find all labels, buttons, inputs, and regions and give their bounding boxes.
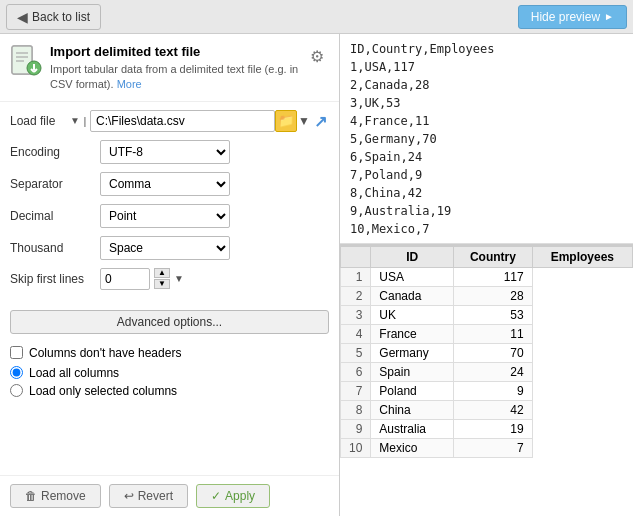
separator-row: Separator Comma Semicolon Tab Space Othe… [10,172,329,196]
table-row: 5Germany70 [341,344,633,363]
row-number: 2 [341,287,371,306]
row-number: 7 [341,382,371,401]
thousand-select[interactable]: Space Comma Point None [100,236,230,260]
gear-button[interactable]: ⚙ [305,44,329,68]
table-row: 8China42 [341,401,633,420]
table-row: 2Canada28 [341,287,633,306]
table-header-id: ID [371,247,454,268]
data-table: IDCountryEmployees1USA1172Canada283UK534… [340,246,633,458]
thousand-control: Space Comma Point None [100,236,329,260]
skip-first-lines-row: Skip first lines ▲ ▼ ▼ [10,268,329,290]
table-row: 10Mexico7 [341,439,633,458]
load-file-label: Load file [10,114,70,128]
table-row: 4France11 [341,325,633,344]
spin-down-button[interactable]: ▼ [154,279,170,289]
row-employees: 19 [454,420,533,439]
hide-preview-button[interactable]: Hide preview ► [518,5,627,29]
row-country: Australia [371,420,454,439]
row-number: 9 [341,420,371,439]
apply-button[interactable]: ✓ Apply [196,484,270,508]
form-section: Load file ▼ | 📁 ▼ ↗ Encoding UTF-8 UTF-1… [0,102,339,306]
columns-no-headers-row: Columns don't have headers [10,346,329,360]
skip-first-lines-input[interactable] [100,268,150,290]
encoding-label: Encoding [10,145,100,159]
row-employees: 53 [454,306,533,325]
row-employees: 70 [454,344,533,363]
encoding-control: UTF-8 UTF-16 ISO-8859-1 Windows-1252 [100,140,329,164]
row-employees: 7 [454,439,533,458]
browse-folder-button[interactable]: 📁 [275,110,297,132]
import-description: Import tabular data from a delimited tex… [50,62,305,93]
table-row: 7Poland9 [341,382,633,401]
row-country: Germany [371,344,454,363]
row-country: Poland [371,382,454,401]
row-number: 6 [341,363,371,382]
spin-up-button[interactable]: ▲ [154,268,170,278]
load-all-columns-radio[interactable] [10,366,23,379]
thousand-label: Thousand [10,241,100,255]
row-employees: 24 [454,363,533,382]
row-number: 4 [341,325,371,344]
encoding-row: Encoding UTF-8 UTF-16 ISO-8859-1 Windows… [10,140,329,164]
top-bar: ◀ Back to list Hide preview ► [0,0,633,34]
load-selected-columns-row: Load only selected columns [10,384,329,398]
file-path-input[interactable] [90,110,275,132]
row-country: France [371,325,454,344]
separator-control: Comma Semicolon Tab Space Other [100,172,329,196]
advanced-options-button[interactable]: Advanced options... [10,310,329,334]
path-dropdown-button[interactable]: ▼ [297,113,311,129]
bottom-buttons: 🗑 Remove ↩ Revert ✓ Apply [0,475,339,516]
table-preview: IDCountryEmployees1USA1172Canada283UK534… [340,246,633,516]
table-row: 3UK53 [341,306,633,325]
table-header-employees: Employees [532,247,632,268]
decimal-label: Decimal [10,209,100,223]
thousand-row: Thousand Space Comma Point None [10,236,329,260]
load-file-dropdown-icon[interactable]: ▼ [70,115,80,126]
load-selected-columns-radio[interactable] [10,384,23,397]
row-country: Mexico [371,439,454,458]
expand-button[interactable]: ↗ [311,112,329,130]
decimal-control: Point Comma [100,204,329,228]
back-to-list-button[interactable]: ◀ Back to list [6,4,101,30]
row-country: China [371,401,454,420]
remove-button[interactable]: 🗑 Remove [10,484,101,508]
row-employees: 28 [454,287,533,306]
row-country: Canada [371,287,454,306]
separator-select[interactable]: Comma Semicolon Tab Space Other [100,172,230,196]
load-all-columns-row: Load all columns [10,366,329,380]
options-section: Columns don't have headers Load all colu… [0,342,339,410]
back-arrow-icon: ◀ [17,9,28,25]
row-employees: 11 [454,325,533,344]
decimal-select[interactable]: Point Comma [100,204,230,228]
import-title: Import delimited text file [50,44,305,59]
table-row: 1USA117 [341,268,633,287]
revert-button[interactable]: ↩ Revert [109,484,188,508]
back-label: Back to list [32,10,90,24]
hide-preview-icon: ► [604,11,614,22]
import-header: Import delimited text file Import tabula… [0,34,339,102]
skip-dropdown-button[interactable]: ▼ [174,273,184,284]
load-all-columns-label: Load all columns [29,366,119,380]
load-selected-columns-label: Load only selected columns [29,384,177,398]
row-number: 5 [341,344,371,363]
columns-no-headers-checkbox[interactable] [10,346,23,359]
import-title-block: Import delimited text file Import tabula… [50,44,305,93]
text-preview: ID,Country,Employees 1,USA,117 2,Canada,… [340,34,633,244]
main-content: Import delimited text file Import tabula… [0,34,633,516]
spin-buttons: ▲ ▼ [154,268,170,289]
columns-no-headers-label: Columns don't have headers [29,346,181,360]
row-number: 8 [341,401,371,420]
pipe-separator: | [84,115,87,127]
table-header-country: Country [454,247,533,268]
row-employees: 9 [454,382,533,401]
more-link[interactable]: More [117,78,142,90]
table-header-empty [341,247,371,268]
load-file-row: Load file ▼ | 📁 ▼ ↗ [10,110,329,132]
row-number: 3 [341,306,371,325]
encoding-select[interactable]: UTF-8 UTF-16 ISO-8859-1 Windows-1252 [100,140,230,164]
row-country: UK [371,306,454,325]
row-number: 10 [341,439,371,458]
revert-icon: ↩ [124,489,134,503]
row-country: Spain [371,363,454,382]
right-panel: ID,Country,Employees 1,USA,117 2,Canada,… [340,34,633,516]
